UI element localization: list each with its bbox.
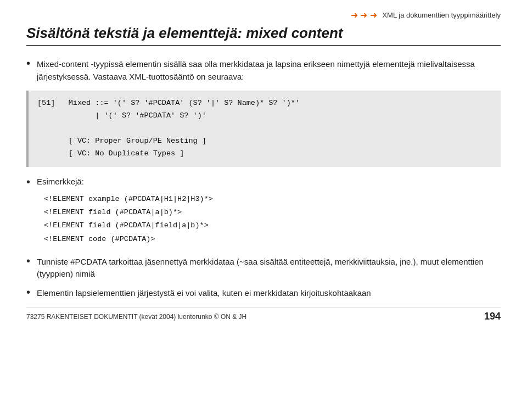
examples-section: • Esimerkkejä: <!ELEMENT example (#PCDAT…: [26, 177, 501, 246]
examples-bullet-icon: •: [26, 176, 30, 188]
breadcrumb: XML ja dokumenttien tyyppimäärittely: [382, 11, 501, 19]
bullet-pcdata-text: Tunniste #PCDATA tarkoittaa jäsennettyä …: [37, 256, 501, 281]
footer: 73275 RAKENTEISET DOKUMENTIT (kevät 2004…: [26, 307, 501, 322]
examples-label: Esimerkkejä:: [37, 177, 84, 186]
bullet-order: • Elementin lapsielementtien järjestystä…: [26, 287, 501, 300]
example-line-2: <!ELEMENT field (#PCDATA|a|b)*>: [44, 206, 501, 219]
grammar-code-block: [51] Mixed ::= '(' S? '#PCDATA' (S? '|' …: [26, 91, 501, 167]
intro-section: • Mixed-content -tyypissä elementin sisä…: [26, 58, 501, 167]
additional-bullets: • Tunniste #PCDATA tarkoittaa jäsennetty…: [26, 256, 501, 300]
page-title: Sisältönä tekstiä ja elementtejä: mixed …: [26, 25, 501, 46]
intro-bullet: • Mixed-content -tyypissä elementin sisä…: [26, 58, 501, 83]
bullet-icon: •: [26, 57, 30, 70]
page-number: 194: [484, 311, 501, 322]
bullet-order-text: Elementin lapsielementtien järjestystä e…: [37, 287, 371, 300]
intro-text: Mixed-content -tyypissä elementin sisäll…: [37, 58, 501, 83]
bullet-pcdata-icon: •: [26, 255, 30, 267]
example-line-4: <!ELEMENT code (#PCDATA)>: [44, 233, 501, 246]
header-nav: ➜ ➜ ➜ XML ja dokumenttien tyyppimääritte…: [26, 10, 501, 20]
example-line-3: <!ELEMENT field (#PCDATA|field|a|b)*>: [44, 219, 501, 232]
page-container: ➜ ➜ ➜ XML ja dokumenttien tyyppimääritte…: [0, 0, 527, 330]
examples-title-row: • Esimerkkejä:: [26, 177, 501, 188]
navigation-arrows: ➜ ➜ ➜: [351, 10, 377, 20]
bullet-order-icon: •: [26, 286, 30, 299]
bullet-pcdata: • Tunniste #PCDATA tarkoittaa jäsennetty…: [26, 256, 501, 281]
example-line-1: <!ELEMENT example (#PCDATA|H1|H2|H3)*>: [44, 193, 501, 206]
examples-code: <!ELEMENT example (#PCDATA|H1|H2|H3)*> <…: [44, 193, 501, 246]
footer-copyright: 73275 RAKENTEISET DOKUMENTIT (kevät 2004…: [26, 313, 246, 321]
